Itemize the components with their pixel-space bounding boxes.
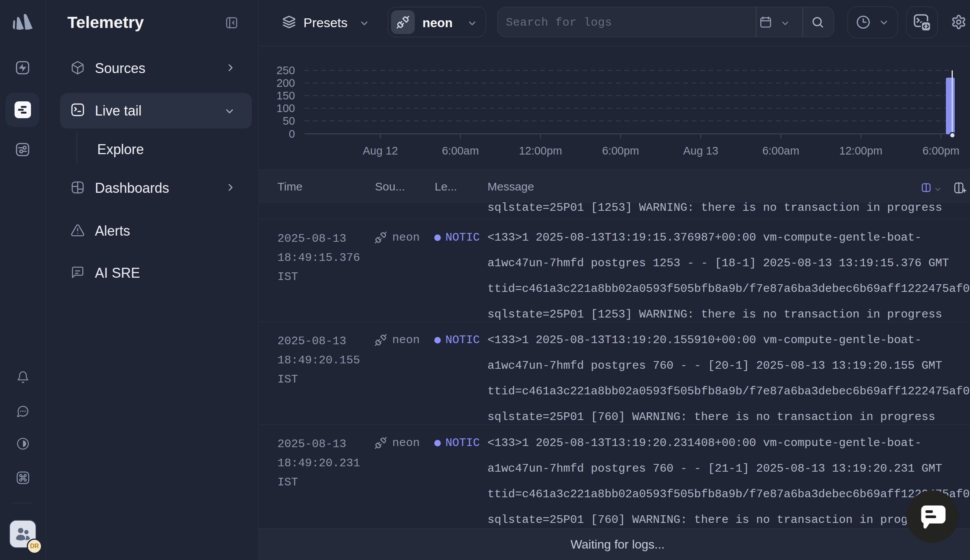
svg-text:6:00am: 6:00am (762, 145, 799, 157)
svg-text:12:00pm: 12:00pm (519, 145, 562, 157)
svg-text:6:00pm: 6:00pm (923, 145, 960, 157)
svg-text:Aug 13: Aug 13 (683, 145, 718, 157)
svg-text:150: 150 (277, 90, 295, 102)
svg-text:6:00pm: 6:00pm (602, 145, 639, 157)
svg-text:100: 100 (277, 102, 295, 114)
svg-text:250: 250 (277, 64, 295, 77)
svg-text:0: 0 (289, 128, 295, 140)
svg-text:Aug 12: Aug 12 (363, 145, 398, 157)
svg-text:12:00pm: 12:00pm (839, 145, 882, 157)
svg-text:50: 50 (283, 115, 295, 127)
svg-text:6:00am: 6:00am (442, 145, 479, 157)
svg-text:200: 200 (277, 77, 295, 89)
